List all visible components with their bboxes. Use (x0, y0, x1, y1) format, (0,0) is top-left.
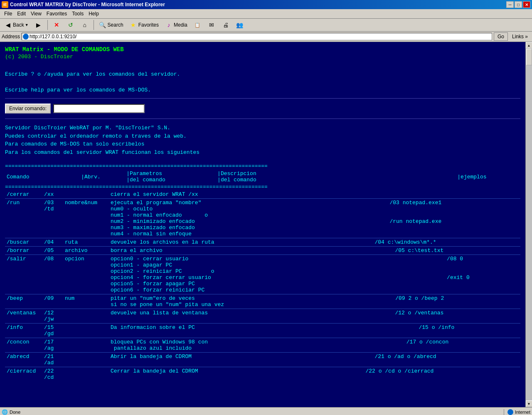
status-bar: 🌐 Done Internet (0, 407, 532, 415)
col-header-param: |Parametros|del comando (125, 170, 216, 183)
equal-line-2: ========================================… (5, 183, 520, 191)
address-label: Address (2, 34, 20, 40)
info-row: /info /15/gd Da informacion sobre el PC … (5, 324, 520, 337)
col-header-abbr: |Abrv. (79, 170, 125, 183)
forward-icon: ▶ (34, 21, 43, 29)
refresh-icon: ↺ (66, 21, 75, 29)
home-icon: ⌂ (81, 21, 89, 29)
minimize-button[interactable]: ─ (506, 1, 514, 8)
ventanas-row: /ventanas /12/jw devuelve una lista de v… (5, 309, 520, 323)
server-info-line3: Para comandos de MS-DOS tan solo escribe… (5, 140, 520, 148)
address-input[interactable] (30, 34, 491, 40)
borrar-row: /borrar /05 archivo borra el archivo /05… (5, 247, 520, 254)
dash-1 (5, 198, 520, 199)
search-label: Search (108, 22, 123, 28)
home-button[interactable]: ⌂ (79, 20, 91, 30)
scroll-up-button[interactable]: ▲ (526, 42, 532, 49)
salir-row: /salir /08 opcion opcion0 - cerrar usuar… (5, 255, 520, 294)
toolbar-sep-2 (94, 20, 94, 30)
beep-row: /beep /09 num pitar un "num"ero de veces… (5, 295, 520, 308)
back-button[interactable]: ◀ Back ▼ (2, 20, 31, 30)
table-header-row: Comando |Abrv. |Parametros|del comando |… (5, 170, 520, 183)
scroll-track[interactable] (526, 49, 532, 400)
forward-button[interactable]: ▶ (32, 20, 45, 30)
window-controls[interactable]: ─ □ ✕ (506, 1, 530, 8)
media-label: Media (174, 22, 187, 28)
menu-view[interactable]: View (28, 10, 44, 17)
concon-row: /concon /17/ag bloquea PCs con Windows 9… (5, 338, 520, 352)
favorites-icon: ★ (129, 21, 138, 29)
favorites-button[interactable]: ★ Favorites (127, 20, 161, 30)
command-form: Enviar comando: (5, 104, 520, 114)
dash-3 (5, 246, 520, 247)
server-info: Servidor DiscTroier WebRAT por M. "DiscT… (5, 124, 520, 156)
go-button[interactable]: Go (494, 32, 508, 41)
send-command-button[interactable]: Enviar comando: (5, 104, 51, 114)
dash-8 (5, 338, 520, 338)
history-button[interactable]: 📋 (191, 20, 204, 30)
commands-section: ========================================… (5, 163, 520, 381)
address-globe-icon (23, 34, 29, 40)
equal-line-1: ========================================… (5, 163, 520, 170)
server-info-line1: Servidor DiscTroier WebRAT por M. "DiscT… (5, 124, 520, 132)
dash-6 (5, 309, 520, 309)
dash-7 (5, 323, 520, 324)
instruction-1: Escribe ? o /ayuda para ver los comandos… (5, 71, 520, 77)
col-header-desc: |Descripcion|del comando (216, 170, 456, 183)
command-input[interactable] (53, 104, 145, 113)
back-icon: ◀ (4, 21, 12, 29)
browser-content: WRAT Matrix - MODO DE COMANDOS WEB (c) 2… (0, 42, 525, 407)
menu-favorites[interactable]: Favorites (44, 10, 69, 17)
cerrar-row: /cerrar /xx cierra el servidor WRAT /xx (5, 191, 520, 198)
toolbar: ◀ Back ▼ ▶ ✕ ↺ ⌂ 🔍 Search ★ Favorites ♪ … (0, 19, 532, 32)
abrecd-row: /abrecd /21/ad Abrir la bandeja de CDROM… (5, 353, 520, 366)
mail-button[interactable]: ✉ (205, 20, 218, 30)
search-icon: 🔍 (99, 21, 107, 29)
menu-bar: File Edit View Favorites Tools Help (0, 9, 532, 19)
address-input-wrap (22, 33, 492, 40)
address-bar: Address Go Links » (0, 32, 532, 42)
browser-content-wrap: WRAT Matrix - MODO DE COMANDOS WEB (c) 2… (0, 42, 532, 407)
menu-tools[interactable]: Tools (69, 10, 86, 17)
people-button[interactable]: 👥 (234, 20, 246, 30)
refresh-button[interactable]: ↺ (64, 20, 77, 30)
divider-2 (5, 119, 520, 119)
status-zone: Internet (504, 409, 530, 415)
media-button[interactable]: ♪ Media (163, 20, 190, 30)
mail-icon: ✉ (207, 21, 216, 29)
print-button[interactable]: 🖨 (219, 20, 232, 30)
page-title: WRAT Matrix - MODO DE COMANDOS WEB (5, 46, 520, 53)
server-info-line2: Puedes controlar el ordenador remoto a t… (5, 132, 520, 141)
scroll-thumb[interactable] (526, 49, 532, 65)
app-icon: IE (2, 1, 8, 8)
stop-button[interactable]: ✕ (50, 20, 63, 30)
dash-2 (5, 238, 520, 238)
dash-4 (5, 254, 520, 255)
divider-1 (5, 98, 520, 99)
maximize-button[interactable]: □ (515, 1, 522, 8)
menu-edit[interactable]: Edit (15, 10, 28, 17)
dropdown-icon: ▼ (25, 23, 29, 27)
instruction-2: Escribe help para ver los comandos de MS… (5, 87, 520, 93)
links-button[interactable]: Links » (510, 33, 530, 40)
close-button[interactable]: ✕ (523, 1, 530, 8)
server-info-line4: Para los comandos del servidor WRAT func… (5, 148, 520, 157)
search-button[interactable]: 🔍 Search (96, 20, 126, 30)
window-title: Control WRAT MATRIX by DiscTroier - Micr… (10, 2, 506, 7)
vertical-scrollbar[interactable]: ▲ ▼ (525, 42, 532, 407)
page-icon: 🌐 (2, 409, 8, 415)
page-subtitle: (c) 2003 - DiscTroier (5, 54, 520, 60)
favorites-label: Favorites (138, 22, 159, 28)
back-label: Back (13, 22, 24, 28)
history-icon: 📋 (193, 21, 202, 29)
menu-file[interactable]: File (2, 10, 15, 17)
buscar-row: /buscar /04 ruta devuelve los archivos e… (5, 239, 520, 246)
cierracd-row: /cierracd /22/cd Cerrar la bandeja del C… (5, 368, 520, 381)
toolbar-sep-1 (47, 20, 48, 30)
people-icon: 👥 (236, 21, 244, 29)
stop-icon: ✕ (52, 21, 61, 29)
scroll-down-button[interactable]: ▼ (526, 400, 532, 407)
dash-10 (5, 367, 520, 367)
menu-help[interactable]: Help (86, 10, 101, 17)
internet-icon (507, 409, 513, 415)
